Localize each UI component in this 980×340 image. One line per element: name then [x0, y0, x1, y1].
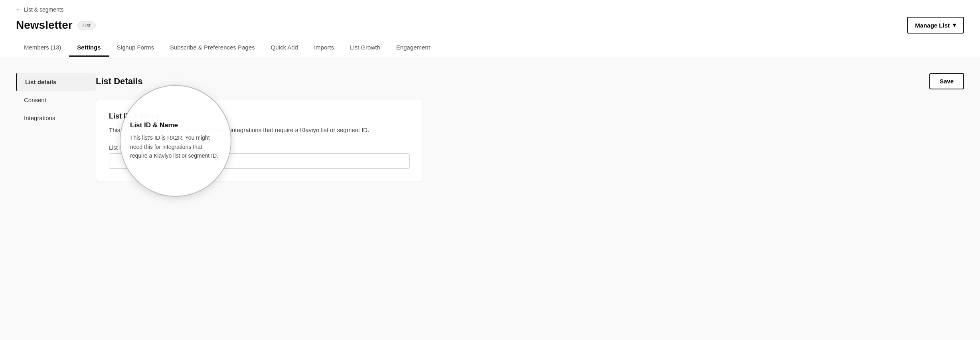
manage-list-label: Manage List [915, 22, 950, 29]
chevron-down-icon: ▾ [953, 22, 956, 29]
tab-bar: Members (13) Settings Signup Forms Subsc… [16, 40, 964, 57]
main-content: List details Consent Integrations List D… [0, 57, 980, 297]
list-details-card: List ID & Name This list's ID is RX2R. Y… [96, 99, 423, 182]
sidebar: List details Consent Integrations [16, 73, 96, 281]
back-arrow-icon: ← [16, 6, 22, 13]
list-name-input[interactable] [109, 153, 410, 169]
tab-settings[interactable]: Settings [69, 40, 109, 57]
content-section-title: List Details [96, 76, 142, 87]
save-button[interactable]: Save [929, 73, 964, 89]
tab-imports[interactable]: Imports [306, 40, 342, 57]
tab-members[interactable]: Members (13) [16, 40, 69, 57]
manage-list-button[interactable]: Manage List ▾ [907, 17, 964, 34]
content-header: List Details Save [96, 73, 964, 89]
content-area: List Details Save List ID & Name This li… [96, 73, 964, 281]
page-title: Newsletter [16, 19, 73, 32]
title-row: Newsletter List Manage List ▾ [16, 17, 964, 34]
sidebar-item-consent[interactable]: Consent [16, 91, 96, 109]
sidebar-item-list-details[interactable]: List details [16, 73, 96, 91]
list-name-label: List Name [109, 144, 410, 151]
list-type-badge: List [77, 21, 96, 30]
back-link-label: List & segments [24, 6, 64, 13]
sidebar-item-integrations[interactable]: Integrations [16, 109, 96, 127]
card-title: List ID & Name [109, 112, 410, 121]
title-left: Newsletter List [16, 19, 96, 32]
tab-engagement[interactable]: Engagement [388, 40, 438, 57]
tab-signup-forms[interactable]: Signup Forms [109, 40, 162, 57]
tab-quick-add[interactable]: Quick Add [263, 40, 306, 57]
header: ← List & segments Newsletter List Manage… [0, 0, 980, 57]
tab-subscribe-pages[interactable]: Subscribe & Preferences Pages [162, 40, 263, 57]
card-description: This list's ID is RX2R. You might need t… [109, 125, 410, 135]
tab-list-growth[interactable]: List Growth [342, 40, 388, 57]
back-link[interactable]: ← List & segments [16, 6, 964, 13]
